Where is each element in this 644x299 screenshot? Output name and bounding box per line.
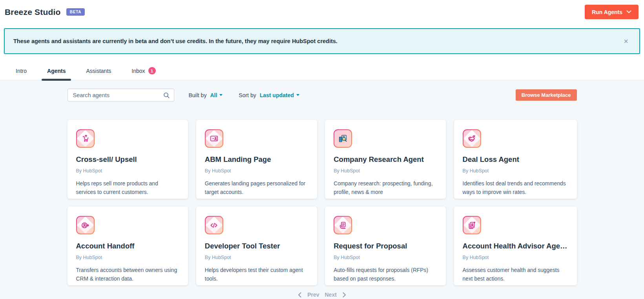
agent-card-title: Account Handoff <box>76 242 179 250</box>
tabs-bar: Intro Agents Assistants Inbox 1 <box>0 62 644 80</box>
document-hand-icon <box>334 216 352 234</box>
caret-down-icon <box>296 94 299 96</box>
agent-card-description: Company research: prospecting, funding, … <box>334 179 436 196</box>
tab-label: Inbox <box>131 68 145 74</box>
agent-card-author: By HubSpot <box>463 168 567 174</box>
browse-marketplace-button[interactable]: Browse Marketplace <box>516 89 577 101</box>
agent-card[interactable]: ABM Landing Page By HubSpot Generates la… <box>196 120 317 199</box>
sort-by-dropdown[interactable]: Last updated <box>260 92 299 98</box>
run-agents-button[interactable]: Run Agents <box>585 5 639 19</box>
agent-card[interactable]: Cross-sell/ Upsell By HubSpot Helps reps… <box>68 120 188 199</box>
close-icon[interactable]: × <box>621 36 631 46</box>
chevron-down-icon <box>626 10 631 14</box>
agent-card-description: Identifies lost deal trends and recommen… <box>463 179 567 196</box>
search-box <box>68 89 174 101</box>
agent-card-author: By HubSpot <box>334 255 436 260</box>
agent-card-description: Assesses customer health and suggests ne… <box>463 266 567 283</box>
id-card-icon <box>463 216 481 234</box>
sort-by-filter: Sort by Last updated <box>239 92 299 98</box>
next-page-label[interactable]: Next <box>325 292 337 298</box>
agent-card-description: Transfers accounts between owners using … <box>76 266 179 283</box>
page-title: Breeze Studio <box>5 7 61 17</box>
prev-page-button[interactable] <box>297 292 302 298</box>
built-by-filter: Built by All <box>189 92 223 98</box>
agent-card-author: By HubSpot <box>76 255 179 260</box>
agent-card[interactable]: Account Handoff By HubSpot Transfers acc… <box>68 207 188 285</box>
sort-by-label: Sort by <box>239 92 256 98</box>
agent-card-author: By HubSpot <box>334 168 436 174</box>
agent-card-title: Developer Tool Tester <box>205 242 308 250</box>
agent-card-author: By HubSpot <box>463 255 567 260</box>
agent-card-description: Generates landing pages personalized for… <box>205 179 308 196</box>
chevron-right-icon <box>342 292 347 298</box>
search-input[interactable] <box>68 89 174 101</box>
agent-card-title: ABM Landing Page <box>205 155 308 164</box>
agents-card-grid: Cross-sell/ Upsell By HubSpot Helps reps… <box>68 120 577 285</box>
prev-page-label[interactable]: Prev <box>307 292 319 298</box>
toolbar: Built by All Sort by Last updated Browse… <box>68 80 577 101</box>
beta-badge: BETA <box>66 8 85 16</box>
company-research-icon <box>334 129 352 148</box>
agent-card[interactable]: Request for Proposal By HubSpot Auto-fil… <box>325 207 446 285</box>
pagination: Prev Next <box>68 292 577 298</box>
landing-page-icon <box>205 129 223 148</box>
agent-card-title: Request for Proposal <box>334 242 436 250</box>
chevron-left-icon <box>297 292 302 298</box>
agent-card[interactable]: Developer Tool Tester By HubSpot Helps d… <box>196 207 317 285</box>
inbox-count-badge: 1 <box>148 67 156 74</box>
built-by-label: Built by <box>189 92 207 98</box>
agent-card[interactable]: Deal Loss Agent By HubSpot Identifies lo… <box>454 120 577 199</box>
tab-intro[interactable]: Intro <box>14 62 28 80</box>
run-agents-label: Run Agents <box>592 9 622 15</box>
next-page-button[interactable] <box>342 292 347 298</box>
search-icon <box>163 92 170 99</box>
caret-down-icon <box>219 94 223 96</box>
agent-card-author: By HubSpot <box>205 255 308 260</box>
tab-label: Agents <box>47 68 66 74</box>
agent-card-description: Helps developers test their custom agent… <box>205 266 308 283</box>
agent-card[interactable]: Company Research Agent By HubSpot Compan… <box>325 120 446 199</box>
agent-card-description: Auto-fills requests for proposals (RFPs)… <box>334 266 436 283</box>
person-arrow-icon <box>76 216 95 234</box>
agent-card-title: Cross-sell/ Upsell <box>76 155 179 164</box>
tab-label: Assistants <box>86 68 111 74</box>
beta-info-banner: These agents and assistants are currentl… <box>4 28 640 54</box>
handshake-x-icon <box>463 129 481 148</box>
code-icon <box>205 216 223 234</box>
agent-card-title: Account Health Advisor Age… <box>463 242 567 250</box>
tab-agents[interactable]: Agents <box>46 62 67 80</box>
agent-card-title: Deal Loss Agent <box>463 155 567 164</box>
agent-card-title: Company Research Agent <box>334 155 436 164</box>
cart-up-icon <box>76 129 95 148</box>
tab-label: Intro <box>16 68 27 74</box>
agent-card[interactable]: Account Health Advisor Age… By HubSpot A… <box>454 207 577 285</box>
main-area: Built by All Sort by Last updated Browse… <box>0 80 644 299</box>
agent-card-author: By HubSpot <box>205 168 308 174</box>
built-by-dropdown[interactable]: All <box>210 92 223 98</box>
agent-card-author: By HubSpot <box>76 168 179 174</box>
tab-inbox[interactable]: Inbox 1 <box>130 62 157 80</box>
app-header: Breeze Studio BETA Run Agents <box>0 0 644 23</box>
tab-assistants[interactable]: Assistants <box>84 62 113 80</box>
banner-message: These agents and assistants are currentl… <box>13 38 621 44</box>
agent-card-description: Helps reps sell more products and servic… <box>76 179 179 196</box>
